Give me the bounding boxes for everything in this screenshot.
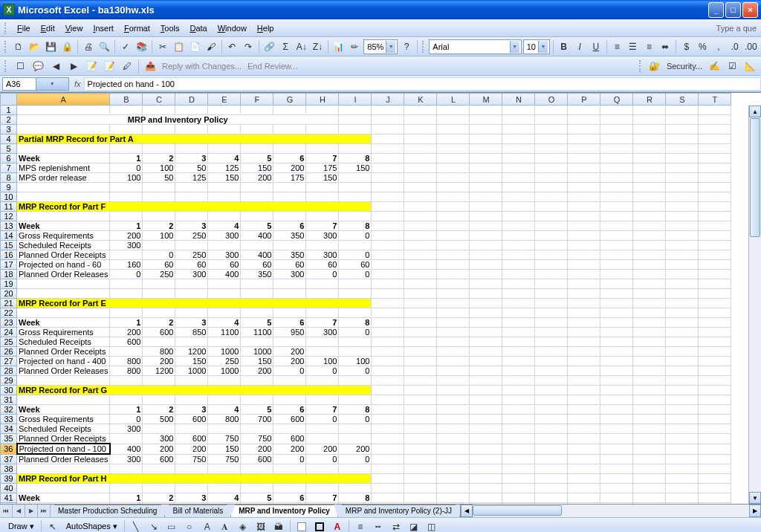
cell-S3[interactable] — [666, 125, 699, 134]
cell-A13[interactable]: Week — [17, 221, 110, 231]
cell-F14[interactable]: 400 — [241, 231, 273, 241]
cell-D18[interactable]: 300 — [175, 270, 208, 279]
new-button[interactable]: 🗋 — [12, 39, 27, 55]
cell-Q18[interactable] — [600, 270, 633, 279]
cell-P35[interactable] — [568, 434, 600, 444]
cell-N3[interactable] — [502, 125, 535, 134]
cell-O42[interactable] — [535, 503, 568, 505]
row-header-10[interactable]: 10 — [1, 192, 17, 202]
cell-T20[interactable] — [699, 289, 731, 299]
merge-center-button[interactable]: ⬌ — [658, 39, 673, 55]
cell-E10[interactable] — [208, 192, 241, 202]
row-header-8[interactable]: 8 — [1, 173, 17, 183]
col-header-D[interactable]: D — [175, 94, 208, 106]
cell-H25[interactable] — [306, 337, 339, 347]
cell-T34[interactable] — [699, 424, 731, 434]
cell-I13[interactable]: 8 — [339, 221, 372, 231]
scroll-right-button[interactable]: ▶ — [749, 505, 761, 517]
cell-A24[interactable]: Gross Requirements — [17, 328, 110, 337]
cell[interactable] — [600, 115, 633, 125]
cell[interactable] — [535, 134, 568, 144]
cell-E34[interactable] — [208, 424, 241, 434]
cell-N29[interactable] — [502, 376, 535, 386]
cell-J18[interactable] — [372, 270, 404, 279]
increase-decimal-button[interactable]: .0 — [728, 39, 742, 55]
cell-D5[interactable] — [175, 144, 208, 154]
cell-B34[interactable]: 300 — [110, 424, 143, 434]
cell-G1[interactable] — [273, 106, 306, 115]
cell-C42[interactable]: 500 — [143, 503, 175, 505]
cell-D38[interactable] — [175, 464, 208, 474]
cell-F22[interactable] — [241, 308, 273, 318]
cell-C3[interactable] — [143, 125, 175, 134]
cell-G8[interactable]: 175 — [273, 173, 306, 183]
cell-B38[interactable] — [110, 464, 143, 474]
cell-G35[interactable]: 600 — [273, 434, 306, 444]
cell-R20[interactable] — [633, 289, 666, 299]
cell-T8[interactable] — [699, 173, 731, 183]
cell-D42[interactable]: 600 — [175, 503, 208, 505]
cell[interactable] — [502, 386, 535, 395]
cell-A22[interactable] — [17, 308, 110, 318]
cell-K7[interactable] — [404, 163, 437, 173]
save-button[interactable]: 💾 — [44, 39, 59, 55]
cell-D19[interactable] — [175, 279, 208, 289]
cell-G41[interactable]: 6 — [273, 493, 306, 503]
cell-E19[interactable] — [208, 279, 241, 289]
cell-G33[interactable]: 600 — [273, 415, 306, 424]
row-header-41[interactable]: 41 — [1, 493, 17, 503]
grip-icon[interactable] — [4, 60, 9, 72]
cell-J37[interactable] — [372, 454, 404, 464]
cell-T38[interactable] — [699, 464, 731, 474]
row-header-38[interactable]: 38 — [1, 464, 17, 474]
cell-R14[interactable] — [633, 231, 666, 241]
col-header-C[interactable]: C — [143, 94, 175, 106]
cell-D35[interactable]: 600 — [175, 434, 208, 444]
cell-D32[interactable]: 3 — [175, 405, 208, 415]
cell-A28[interactable]: Planned Order Releases — [17, 366, 110, 376]
cell-K8[interactable] — [404, 173, 437, 183]
cell-N6[interactable] — [502, 154, 535, 163]
cell-G12[interactable] — [273, 212, 306, 221]
cell-E37[interactable]: 750 — [208, 454, 241, 464]
bold-button[interactable]: B — [557, 39, 571, 55]
cell-M3[interactable] — [470, 125, 502, 134]
cell-J41[interactable] — [372, 493, 404, 503]
cell-B26[interactable] — [110, 347, 143, 357]
cell[interactable] — [404, 299, 437, 308]
cell-C35[interactable]: 300 — [143, 434, 175, 444]
cell[interactable] — [372, 299, 404, 308]
cell-H35[interactable] — [306, 434, 339, 444]
diagram-button[interactable]: ◈ — [235, 519, 251, 533]
cell-Q36[interactable] — [600, 444, 633, 454]
vertical-scrollbar[interactable]: ▲ ▼ — [748, 106, 761, 504]
cell-S13[interactable] — [666, 221, 699, 231]
cell[interactable] — [372, 202, 404, 212]
row-header-3[interactable]: 3 — [1, 125, 17, 134]
cell-T19[interactable] — [699, 279, 731, 289]
cell-E27[interactable]: 250 — [208, 357, 241, 366]
cell-M13[interactable] — [470, 221, 502, 231]
cell[interactable] — [404, 134, 437, 144]
cell-L5[interactable] — [437, 144, 470, 154]
cell-A6[interactable]: Week — [17, 154, 110, 163]
cell-L10[interactable] — [437, 192, 470, 202]
cell-Q31[interactable] — [600, 395, 633, 405]
cell-M40[interactable] — [470, 484, 502, 493]
cell-D8[interactable]: 125 — [175, 173, 208, 183]
cell-M1[interactable] — [470, 106, 502, 115]
cell-P3[interactable] — [568, 125, 600, 134]
ask-question-box[interactable]: Type a que — [716, 24, 757, 33]
col-header-T[interactable]: T — [699, 94, 731, 106]
cell[interactable] — [600, 134, 633, 144]
cell-T23[interactable] — [699, 318, 731, 328]
menu-edit[interactable]: Edit — [36, 22, 60, 35]
cell-S40[interactable] — [666, 484, 699, 493]
cell-C16[interactable]: 0 — [143, 250, 175, 260]
cell-A17[interactable]: Projected on hand - 60 — [17, 260, 110, 270]
cell-N17[interactable] — [502, 260, 535, 270]
cell-G20[interactable] — [273, 289, 306, 299]
cell-E18[interactable]: 400 — [208, 270, 241, 279]
cell-O17[interactable] — [535, 260, 568, 270]
cell-Q15[interactable] — [600, 241, 633, 250]
